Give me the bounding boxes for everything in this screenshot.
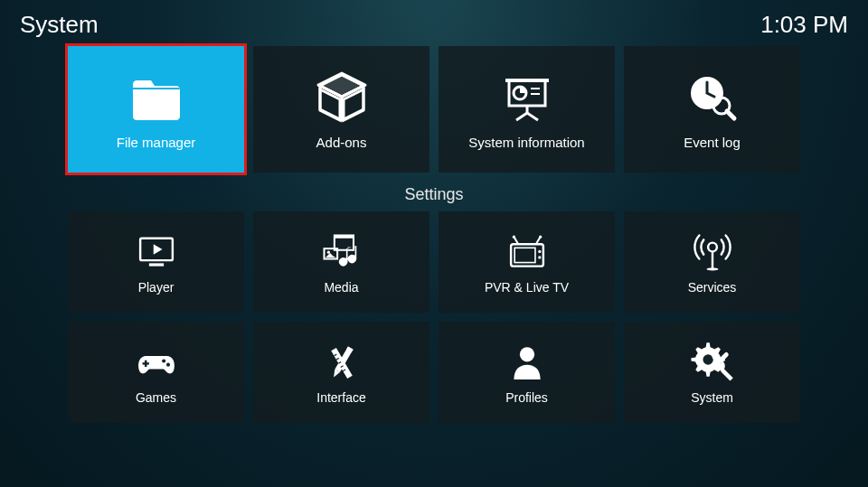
- section-label-settings: Settings: [68, 185, 800, 204]
- tile-add-ons[interactable]: Add-ons: [253, 46, 429, 173]
- tile-label: Profiles: [505, 390, 548, 405]
- tile-pvr-live-tv[interactable]: PVR & Live TV: [439, 211, 615, 313]
- svg-point-19: [538, 250, 541, 253]
- person-icon: [504, 340, 551, 387]
- tile-event-log[interactable]: Event log: [624, 46, 800, 173]
- tv-icon: [504, 229, 551, 276]
- svg-point-25: [708, 243, 717, 252]
- svg-point-24: [539, 236, 542, 239]
- svg-rect-18: [514, 248, 535, 262]
- tile-file-manager[interactable]: File manager: [68, 46, 244, 173]
- tile-system[interactable]: System: [624, 322, 800, 423]
- folder-icon: [127, 70, 185, 127]
- tile-label: System: [691, 390, 733, 405]
- svg-rect-12: [148, 263, 163, 266]
- tile-label: Media: [324, 280, 358, 295]
- header-bar: System 1:03 PM: [0, 0, 868, 39]
- svg-rect-6: [531, 88, 540, 89]
- svg-point-20: [538, 256, 541, 258]
- svg-point-31: [165, 363, 169, 367]
- settings-row-1: Player Media PVR & Live TV Services: [68, 211, 800, 313]
- tile-profiles[interactable]: Profiles: [439, 322, 615, 423]
- svg-line-3: [516, 113, 527, 120]
- tile-label: File manager: [117, 135, 196, 150]
- gear-tools-icon: [689, 340, 736, 387]
- presentation-icon: [498, 70, 556, 127]
- svg-rect-29: [142, 362, 148, 364]
- settings-row-2: Games Interface Profiles System: [68, 322, 800, 423]
- tile-games[interactable]: Games: [68, 322, 244, 423]
- broadcast-icon: [689, 229, 736, 276]
- tile-services[interactable]: Services: [624, 211, 800, 313]
- tile-label: Add-ons: [316, 135, 367, 150]
- svg-point-23: [512, 236, 514, 239]
- tile-label: PVR & Live TV: [485, 280, 569, 295]
- top-row: File manager Add-ons System information …: [68, 46, 800, 173]
- tile-label: Services: [688, 280, 737, 295]
- box-icon: [313, 70, 371, 127]
- svg-rect-7: [531, 93, 540, 95]
- tile-label: System information: [468, 135, 584, 150]
- pencil-ruler-icon: [318, 340, 365, 387]
- media-collection-icon: [318, 229, 365, 276]
- tile-label: Event log: [684, 135, 741, 150]
- svg-point-40: [519, 347, 533, 361]
- tile-label: Interface: [316, 390, 365, 405]
- svg-point-30: [162, 360, 165, 363]
- svg-point-41: [703, 354, 712, 364]
- tile-media[interactable]: Media: [253, 211, 429, 313]
- svg-line-10: [727, 111, 734, 118]
- tile-system-information[interactable]: System information: [439, 46, 615, 173]
- tile-label: Player: [138, 280, 175, 295]
- clock-search-icon: [684, 70, 741, 127]
- tile-interface[interactable]: Interface: [253, 322, 429, 423]
- tile-label: Games: [136, 390, 176, 405]
- gamepad-icon: [133, 340, 180, 387]
- svg-rect-14: [334, 236, 353, 239]
- tile-player[interactable]: Player: [68, 211, 244, 313]
- page-title: System: [20, 11, 99, 39]
- clock: 1:03 PM: [760, 11, 848, 39]
- svg-point-27: [706, 267, 718, 270]
- monitor-play-icon: [133, 229, 180, 276]
- content-area: File manager Add-ons System information …: [0, 46, 868, 423]
- svg-point-16: [326, 251, 329, 254]
- svg-line-4: [527, 113, 538, 120]
